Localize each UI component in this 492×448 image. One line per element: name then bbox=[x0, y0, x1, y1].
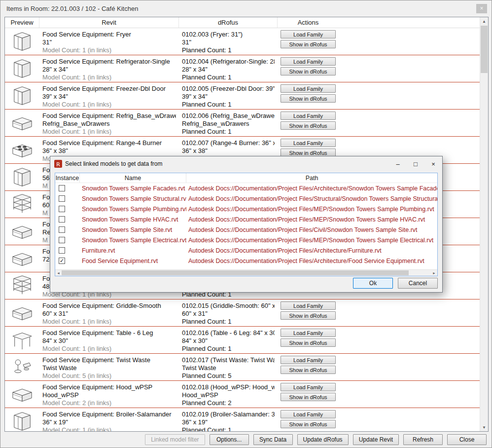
load-family-button[interactable]: Load Family bbox=[281, 84, 336, 93]
revit-line: Food Service Equipment: Refrig_Base_wDra… bbox=[42, 112, 176, 120]
model-name: Snowdon Towers Sample Facades.rvt bbox=[80, 185, 186, 192]
preview-cell bbox=[5, 82, 39, 109]
drofus-cell: 0102.018 (Hood_wPSP: Hood_wPSPHood_wPSPP… bbox=[179, 381, 278, 408]
horizontal-scrollbar-thumb[interactable] bbox=[62, 270, 409, 275]
table-row: Food Service Equipment: Twist WasteTwist… bbox=[5, 354, 480, 381]
ok-button[interactable]: Ok bbox=[353, 278, 393, 289]
linked-model-row[interactable]: ✓Snowdon Towers Sample Electrical.rvtAut… bbox=[55, 235, 437, 245]
model-checkbox[interactable]: ✓ bbox=[59, 226, 65, 233]
linked-model-row[interactable]: ✓Snowdon Towers Sample Facades.rvtAutode… bbox=[55, 183, 437, 193]
titlebar: Items in Room: 22.01.003 / 102 - Café Ki… bbox=[0, 0, 492, 16]
linked-model-filter-button[interactable]: Linked model filter bbox=[145, 434, 205, 445]
model-checkbox[interactable]: ✓ bbox=[59, 247, 65, 254]
preview-cell bbox=[5, 137, 39, 163]
update-revit-button[interactable]: Update Revit bbox=[353, 434, 399, 445]
show-in-drofus-button[interactable]: Show in dRofus bbox=[281, 420, 336, 428]
model-checkbox[interactable]: ✓ bbox=[59, 237, 65, 243]
window-close-icon[interactable]: × bbox=[476, 4, 487, 13]
model-path: Autodesk Docs://Documentation/Project Fi… bbox=[186, 206, 437, 213]
scroll-left-icon[interactable]: ◄ bbox=[55, 270, 62, 276]
maximize-icon[interactable]: □ bbox=[407, 156, 424, 171]
load-family-button[interactable]: Load Family bbox=[281, 30, 336, 38]
linked-model-row[interactable]: ✓Snowdon Towers Sample Site.rvtAutodesk … bbox=[55, 224, 437, 235]
revit-cell: Food Service Equipment: Refrig_Base_wDra… bbox=[39, 110, 179, 136]
load-family-button[interactable]: Load Family bbox=[281, 410, 336, 418]
scroll-up-icon[interactable]: ▲ bbox=[480, 17, 488, 25]
dialog-close-icon[interactable]: × bbox=[424, 156, 442, 171]
show-in-drofus-button[interactable]: Show in dRofus bbox=[281, 338, 336, 347]
show-in-drofus-button[interactable]: Show in dRofus bbox=[281, 94, 336, 103]
revit-cell: Food Service Equipment: Twist WasteTwist… bbox=[39, 354, 179, 380]
drofus-line: Refrig_Base_wDrawers bbox=[182, 120, 275, 128]
tall-cabinet-preview-icon bbox=[8, 166, 36, 188]
model-name: Snowdon Towers Sample Structural.rvt bbox=[80, 195, 186, 202]
revit-line: Hood_wPSP bbox=[42, 391, 176, 399]
linked-model-row[interactable]: ✓Snowdon Towers Sample Plumbing.rvtAutod… bbox=[55, 204, 437, 214]
load-family-button[interactable]: Load Family bbox=[281, 329, 336, 337]
revit-line: Model Count: 1 (in links) bbox=[42, 345, 176, 353]
dialog-column-header-path: Path bbox=[186, 173, 437, 183]
scroll-right-icon[interactable]: ► bbox=[431, 270, 437, 276]
linked-model-row[interactable]: ✓Food Service Equipment.rvtAutodesk Docs… bbox=[55, 256, 437, 266]
model-checkbox[interactable]: ✓ bbox=[59, 216, 65, 223]
scroll-down-icon[interactable]: ▼ bbox=[480, 423, 488, 431]
revit-line: Model Count: 1 (in links) bbox=[42, 426, 176, 432]
revit-line: Food Service Equipment: Hood_wPSP bbox=[42, 383, 176, 391]
instance-cell: ✓ bbox=[55, 247, 80, 254]
drofus-line: 0102.005 (Freezer-Dbl Door: 39" x 3 bbox=[182, 85, 275, 93]
drofus-line: Planned Count: 1 bbox=[182, 128, 275, 136]
close-button[interactable]: Close bbox=[447, 434, 487, 445]
options-button[interactable]: Options... bbox=[210, 434, 249, 445]
instance-cell: ✓ bbox=[55, 195, 80, 202]
show-in-drofus-button[interactable]: Show in dRofus bbox=[281, 121, 336, 130]
update-drofus-button[interactable]: Update dRofus bbox=[297, 434, 349, 445]
dialog-title: Select linked models to get data from bbox=[65, 160, 162, 167]
table-row: Food Service Equipment: Freezer-Dbl Door… bbox=[5, 82, 480, 110]
preview-cell bbox=[5, 245, 39, 272]
drofus-cell: 0102.004 (Refrigerator-Single: 28" x28" … bbox=[179, 55, 278, 82]
revit-line: 84" x 30" bbox=[42, 337, 176, 345]
drofus-line: Planned Count: 2 bbox=[182, 399, 275, 407]
load-family-button[interactable]: Load Family bbox=[281, 383, 336, 391]
vertical-scrollbar-thumb[interactable] bbox=[481, 26, 488, 73]
show-in-drofus-button[interactable]: Show in dRofus bbox=[281, 393, 336, 401]
horizontal-scrollbar[interactable]: ◄ ► bbox=[55, 269, 437, 276]
show-in-drofus-button[interactable]: Show in dRofus bbox=[281, 311, 336, 320]
dialog-titlebar: R Select linked models to get data from … bbox=[50, 156, 442, 171]
vertical-scrollbar[interactable]: ▲ ▼ bbox=[480, 17, 488, 431]
row-filler bbox=[339, 82, 480, 109]
tall-cabinet-preview-icon bbox=[8, 85, 36, 107]
show-in-drofus-button[interactable]: Show in dRofus bbox=[281, 40, 336, 48]
linked-model-row[interactable]: ✓Snowdon Towers Sample HVAC.rvtAutodesk … bbox=[55, 214, 437, 224]
refresh-button[interactable]: Refresh bbox=[403, 434, 443, 445]
model-checkbox[interactable]: ✓ bbox=[59, 195, 65, 202]
show-in-drofus-button[interactable]: Show in dRofus bbox=[281, 366, 336, 374]
actions-cell: Load FamilyShow in dRofus bbox=[278, 299, 339, 326]
sync-data-button[interactable]: Sync Data bbox=[253, 434, 293, 445]
minimize-icon[interactable]: – bbox=[389, 156, 407, 171]
column-header-revit: Revit bbox=[39, 17, 179, 28]
drofus-cell: 0102.006 (Refrig_Base_wDrawers: ReRefrig… bbox=[179, 110, 278, 136]
drofus-cell: 0102.019 (Broiler-Salamander: 36" x36" x… bbox=[179, 408, 278, 432]
load-family-button[interactable]: Load Family bbox=[281, 139, 336, 147]
drofus-line: 39" x 34" bbox=[182, 93, 275, 101]
show-in-drofus-button[interactable]: Show in dRofus bbox=[281, 67, 336, 75]
model-checkbox[interactable]: ✓ bbox=[59, 206, 65, 212]
model-checkbox[interactable]: ✓ bbox=[59, 258, 65, 264]
preview-cell bbox=[5, 191, 39, 218]
load-family-button[interactable]: Load Family bbox=[281, 112, 336, 120]
linked-model-row[interactable]: ✓Furniture.rvtAutodesk Docs://Documentat… bbox=[55, 245, 437, 256]
revit-line: 60" x 31" bbox=[42, 310, 176, 318]
cancel-button[interactable]: Cancel bbox=[398, 278, 438, 289]
load-family-button[interactable]: Load Family bbox=[281, 356, 336, 364]
linked-model-row[interactable]: ✓Snowdon Towers Sample Structural.rvtAut… bbox=[55, 193, 437, 204]
dialog-window-controls: – □ × bbox=[389, 156, 442, 171]
load-family-button[interactable]: Load Family bbox=[281, 301, 336, 310]
shelving-preview-icon bbox=[8, 193, 36, 215]
revit-line: Model Count: 1 (in links) bbox=[42, 318, 176, 326]
revit-icon: R bbox=[54, 160, 62, 168]
model-path: Autodesk Docs://Documentation/Project Fi… bbox=[186, 237, 437, 244]
tall-cabinet-preview-icon bbox=[8, 58, 36, 79]
load-family-button[interactable]: Load Family bbox=[281, 57, 336, 66]
model-checkbox[interactable]: ✓ bbox=[59, 185, 65, 191]
